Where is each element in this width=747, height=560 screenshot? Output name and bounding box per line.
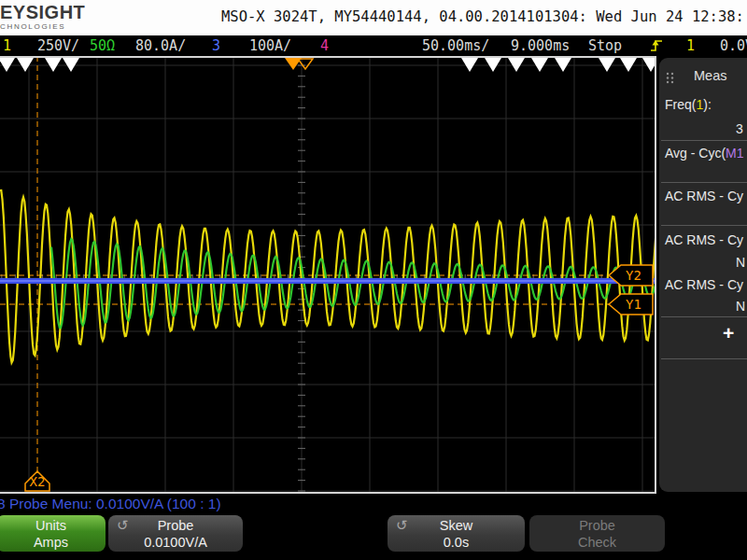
divider [661, 358, 747, 359]
cursor-y1-tag[interactable]: Y1 [609, 294, 653, 315]
measurement-value: N [736, 255, 745, 270]
svg-text:Y1: Y1 [626, 297, 641, 312]
status-bar: 1 250V/ 50Ω 80.0A/ 3 100A/ 4 50.00ms/ 9.… [0, 35, 747, 56]
measurement-label[interactable]: Freq(1): [665, 97, 712, 112]
keysight-logo-subtext: CHNOLOGIES [0, 22, 65, 31]
acquisition-status: Stop [588, 37, 622, 54]
title-bar: EYSIGHT CHNOLOGIES MSO-X 3024T, MY544401… [0, 0, 747, 35]
probe-menu-info: 8 Probe Menu: 0.0100V/A (100 : 1) [0, 496, 221, 512]
timebase-delay[interactable]: 9.000ms [511, 37, 570, 54]
rotate-knob-icon: ↺ [396, 517, 408, 534]
measurement-value: N [736, 299, 745, 314]
svg-text:X2: X2 [30, 474, 46, 489]
ch1-label[interactable]: 1 [3, 37, 11, 54]
trigger-edge-icon [650, 38, 664, 57]
softkey-probe-check: Probe Check [529, 515, 665, 552]
timebase-scale[interactable]: 50.00ms/ [422, 37, 489, 54]
ch4-label[interactable]: 4 [320, 37, 329, 54]
rotate-knob-icon: ↺ [117, 517, 129, 534]
measurement-label[interactable]: AC RMS - Cy [665, 277, 743, 292]
ch1-scale[interactable]: 250V/ [37, 37, 79, 54]
measurement-label[interactable]: AC RMS - Cy [665, 232, 743, 247]
measurement-label[interactable]: AC RMS - Cy [665, 189, 743, 203]
ch3-scale[interactable]: 100A/ [249, 37, 291, 54]
svg-text:Y2: Y2 [626, 268, 641, 283]
ch3-label[interactable]: 3 [212, 37, 220, 54]
softkey-probe[interactable]: ↺ Probe 0.0100V/A [108, 515, 243, 552]
ch2-impedance[interactable]: 50Ω [90, 37, 115, 54]
panel-grip-icon[interactable] [666, 71, 674, 88]
cursor-x2-tag[interactable]: X2 [25, 471, 49, 491]
instrument-title: MSO-X 3024T, MY54440144, 04.00.201410130… [221, 8, 744, 25]
ch2-scale[interactable]: 80.0A/ [135, 37, 186, 54]
trigger-position-marker [298, 59, 313, 69]
divider [661, 225, 747, 226]
waveform-display[interactable]: Y2Y1X2 [0, 56, 656, 494]
divider [661, 182, 747, 183]
softkey-skew[interactable]: ↺ Skew 0.0s [388, 515, 525, 552]
add-measurement-button[interactable]: + [723, 322, 734, 344]
panel-title: Meas [694, 68, 726, 83]
measurement-panel: Meas Freq(1): 3 Avg - Cyc(M1 AC RMS - Cy… [659, 58, 747, 492]
measurement-label[interactable]: Avg - Cyc(M1 [665, 146, 744, 161]
divider [661, 140, 747, 141]
measurement-value: 3 [736, 121, 743, 136]
waveform-svg: Y2Y1X2 [0, 56, 656, 494]
softkey-units[interactable]: Units Amps [0, 515, 106, 552]
trigger-source[interactable]: 1 [686, 37, 695, 54]
keysight-logo: EYSIGHT [0, 2, 85, 23]
divider [661, 316, 747, 317]
oscilloscope-screen: EYSIGHT CHNOLOGIES MSO-X 3024T, MY544401… [0, 0, 747, 560]
trigger-level[interactable]: 0.0V [720, 37, 747, 54]
